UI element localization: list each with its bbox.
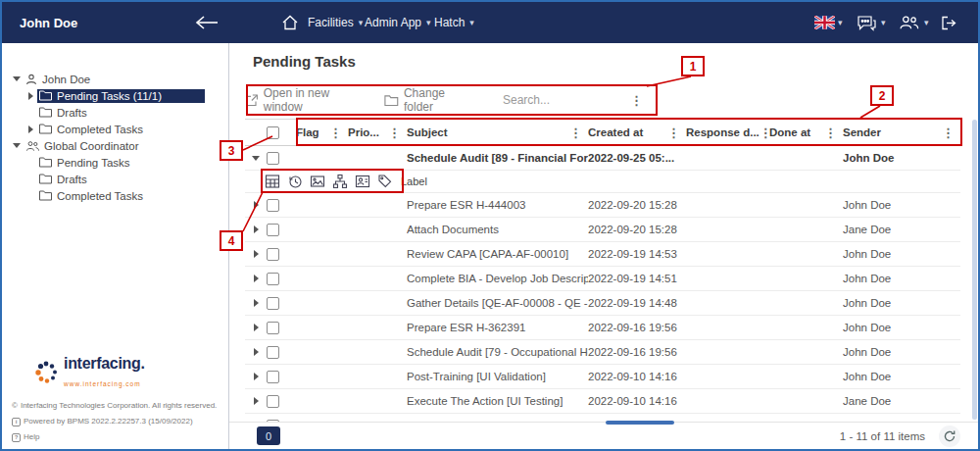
- chevron-down-icon[interactable]: ▾: [838, 2, 843, 43]
- task-subject[interactable]: Complete BIA - Develop Job Description: [407, 273, 588, 284]
- schedule-grid-icon[interactable]: [265, 174, 280, 189]
- select-all-checkbox[interactable]: [267, 126, 279, 139]
- table-row[interactable]: Complete BIA - Develop Job Description 2…: [245, 267, 960, 291]
- expand-row-icon[interactable]: [254, 201, 259, 209]
- task-subject[interactable]: Schedule Audit [89 - Financial Foreca...: [407, 152, 588, 164]
- home-button[interactable]: [280, 2, 300, 43]
- column-header-created-at[interactable]: Created at: [588, 126, 643, 138]
- copyright-icon: ©: [12, 400, 18, 412]
- column-menu-icon[interactable]: ⋮: [329, 126, 342, 139]
- tree-node-drafts[interactable]: Drafts: [2, 104, 228, 121]
- table-row[interactable]: Post-Training [UI Validation] 2022-09-10…: [245, 365, 960, 389]
- table-row[interactable]: Prepare ESR H-362391 2022-09-16 19:56 Jo…: [245, 316, 960, 340]
- column-header-subject[interactable]: Subject: [407, 126, 448, 138]
- label-tag-icon[interactable]: [377, 174, 393, 189]
- table-row[interactable]: Execute The Action [UI Testing] 2022-09-…: [245, 389, 960, 414]
- task-subject[interactable]: Attach Documents: [407, 224, 588, 235]
- task-subject[interactable]: Review CAPA [CAPA-AF-00010]: [407, 248, 588, 260]
- menu-admin-app[interactable]: Admin App ▾: [365, 2, 431, 43]
- column-menu-icon[interactable]: ⋮: [388, 126, 401, 139]
- task-subject[interactable]: Post-Training [UI Validation]: [407, 371, 588, 382]
- horizontal-scrollbar[interactable]: [606, 421, 674, 425]
- menu-hatch[interactable]: Hatch ▾: [434, 2, 474, 43]
- column-header-priority[interactable]: Prio...: [348, 126, 379, 138]
- tree-node-pending-tasks[interactable]: Pending Tasks (11/1): [2, 87, 228, 104]
- menu-facilities[interactable]: Facilities ▾: [308, 2, 363, 43]
- refresh-button[interactable]: [939, 426, 960, 447]
- expand-row-icon[interactable]: [254, 250, 259, 258]
- column-menu-icon[interactable]: ⋮: [824, 126, 837, 139]
- column-menu-icon[interactable]: ⋮: [667, 126, 680, 139]
- collapse-icon[interactable]: [13, 143, 21, 148]
- column-menu-icon[interactable]: ⋮: [942, 126, 955, 139]
- row-checkbox[interactable]: [267, 371, 279, 383]
- task-subject[interactable]: Execute The Action [UI Testing]: [407, 395, 588, 407]
- row-checkbox[interactable]: [267, 297, 279, 310]
- tree-node-john-doe[interactable]: John Doe: [2, 71, 228, 87]
- expand-row-icon[interactable]: [254, 397, 259, 405]
- row-checkbox[interactable]: [267, 248, 279, 261]
- expand-row-icon[interactable]: [254, 299, 259, 307]
- messages-button[interactable]: [857, 2, 877, 43]
- open-new-window-button[interactable]: Open in new window: [245, 86, 363, 114]
- column-header-response-date[interactable]: Response d...: [686, 126, 760, 138]
- column-menu-icon[interactable]: ⋮: [760, 126, 769, 139]
- collapse-row-icon[interactable]: [252, 156, 260, 161]
- assignee-card-icon[interactable]: [355, 174, 370, 189]
- toolbar-menu-icon[interactable]: ⋮: [630, 94, 643, 107]
- table-row[interactable]: Prepare ESR H-444003 2022-09-20 15:28 Jo…: [245, 193, 960, 218]
- tree-node-gc-completed-tasks[interactable]: Completed Tasks: [2, 187, 228, 204]
- collapse-icon[interactable]: [13, 76, 21, 81]
- tree-node-gc-drafts[interactable]: Drafts: [2, 171, 228, 187]
- expand-icon[interactable]: [28, 92, 33, 100]
- row-checkbox[interactable]: [267, 322, 279, 334]
- chevron-down-icon[interactable]: ▾: [881, 2, 886, 43]
- expand-row-icon[interactable]: [254, 324, 259, 331]
- column-header-done-at[interactable]: Done at: [769, 126, 810, 138]
- column-header-flag[interactable]: Flag: [296, 126, 319, 138]
- image-icon[interactable]: [310, 174, 325, 189]
- language-selector[interactable]: [814, 2, 835, 43]
- task-subject[interactable]: Gather Details [QE-AF-00008 - QE - UI]: [407, 297, 588, 309]
- table-row[interactable]: Attach Documents 2022-09-20 15:28 Jane D…: [245, 218, 960, 242]
- expand-icon[interactable]: [28, 125, 33, 133]
- table-row[interactable]: Schedule Audit [79 - Occupational Heal..…: [245, 340, 960, 365]
- row-checkbox[interactable]: [267, 152, 279, 165]
- task-subject[interactable]: Prepare ESR H-362391: [407, 322, 588, 333]
- logout-button[interactable]: [940, 2, 958, 43]
- pager-items-count: 1 - 11 of 11 items: [840, 430, 925, 442]
- task-subject[interactable]: Schedule Audit [79 - Occupational Heal..…: [407, 346, 588, 358]
- search-input[interactable]: [503, 93, 630, 107]
- tree-node-completed-tasks[interactable]: Completed Tasks: [2, 121, 228, 137]
- external-link-icon: [245, 93, 259, 108]
- expand-row-icon[interactable]: [254, 348, 259, 356]
- expand-row-icon[interactable]: [254, 373, 259, 380]
- row-checkbox[interactable]: [267, 224, 279, 236]
- column-header-sender[interactable]: Sender: [843, 126, 881, 138]
- table-row-expanded[interactable]: Schedule Audit [89 - Financial Foreca...…: [245, 146, 960, 171]
- task-subject[interactable]: Prepare ESR H-444003: [407, 199, 588, 211]
- expand-row-icon[interactable]: [254, 275, 259, 282]
- folder-tree: John Doe Pending Tasks (11/1): [2, 71, 228, 204]
- expand-row-icon[interactable]: [254, 226, 259, 233]
- tree-node-label: Global Coordinator: [44, 140, 139, 152]
- row-checkbox[interactable]: [267, 273, 279, 285]
- row-checkbox[interactable]: [267, 199, 279, 212]
- label-action-text[interactable]: Label: [401, 175, 427, 187]
- change-folder-button[interactable]: Change folder: [384, 86, 471, 114]
- column-menu-icon[interactable]: ⋮: [569, 126, 582, 139]
- history-icon[interactable]: [287, 174, 303, 189]
- hierarchy-icon[interactable]: [332, 174, 348, 189]
- table-row[interactable]: Review CAPA [CAPA-AF-00010] 2022-09-19 1…: [245, 242, 960, 267]
- tree-node-global-coordinator[interactable]: Global Coordinator: [2, 137, 228, 154]
- users-menu-button[interactable]: [899, 2, 919, 43]
- collapse-sidebar-button[interactable]: [194, 2, 220, 43]
- help-link[interactable]: ? Help: [12, 431, 220, 443]
- table-row[interactable]: Gather Details [QE-AF-00008 - QE - UI] 2…: [245, 291, 960, 316]
- tree-node-gc-pending-tasks[interactable]: Pending Tasks: [2, 154, 228, 171]
- row-checkbox[interactable]: [267, 346, 279, 359]
- task-detail-actions-row: Label: [245, 171, 960, 193]
- chevron-down-icon[interactable]: ▾: [924, 2, 929, 43]
- vertical-scrollbar[interactable]: [972, 120, 977, 420]
- row-checkbox[interactable]: [267, 395, 279, 408]
